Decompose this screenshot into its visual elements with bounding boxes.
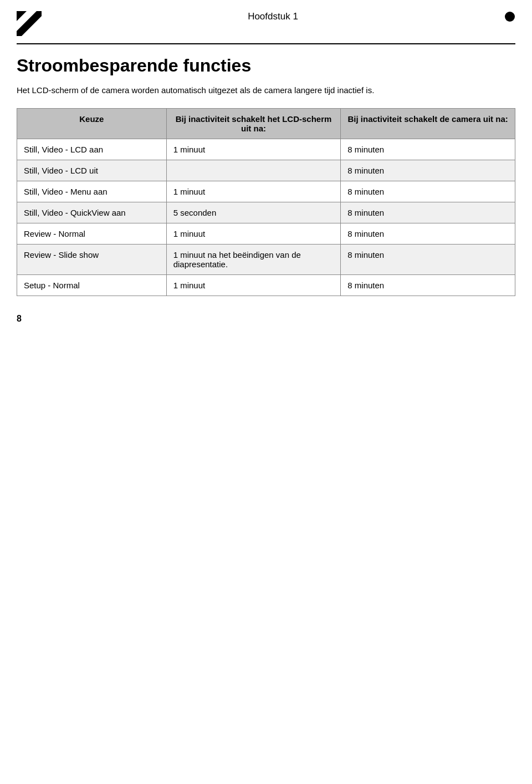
cell-camera: 8 minuten bbox=[341, 181, 515, 202]
cell-keuze: Setup - Normal bbox=[17, 274, 167, 296]
corner-decoration-left bbox=[17, 11, 42, 38]
table-row: Still, Video - LCD aan1 minuut8 minuten bbox=[17, 139, 515, 160]
page-number: 8 bbox=[17, 314, 22, 324]
cell-lcd: 1 minuut bbox=[166, 223, 341, 244]
cell-lcd: 1 minuut bbox=[166, 274, 341, 296]
cell-camera: 8 minuten bbox=[341, 244, 515, 274]
cell-camera: 8 minuten bbox=[341, 274, 515, 296]
cell-keuze: Review - Normal bbox=[17, 223, 167, 244]
table-row: Still, Video - Menu aan1 minuut8 minuten bbox=[17, 181, 515, 202]
cell-lcd: 1 minuut bbox=[166, 181, 341, 202]
cell-keuze: Still, Video - Menu aan bbox=[17, 181, 167, 202]
cell-lcd: 5 seconden bbox=[166, 202, 341, 223]
cell-keuze: Still, Video - LCD aan bbox=[17, 139, 167, 160]
cell-keuze: Still, Video - QuickView aan bbox=[17, 202, 167, 223]
table-row: Review - Slide show1 minuut na het beëin… bbox=[17, 244, 515, 274]
table-row: Still, Video - LCD uit8 minuten bbox=[17, 160, 515, 181]
corner-decoration-right bbox=[504, 11, 515, 24]
page-title: Stroombesparende functies bbox=[17, 55, 515, 76]
table-row: Review - Normal1 minuut8 minuten bbox=[17, 223, 515, 244]
cell-camera: 8 minuten bbox=[341, 160, 515, 181]
col-header-camera: Bij inactiviteit schakelt de camera uit … bbox=[341, 108, 515, 139]
cell-camera: 8 minuten bbox=[341, 223, 515, 244]
features-table: Keuze Bij inactiviteit schakelt het LCD-… bbox=[17, 108, 515, 296]
col-header-keuze: Keuze bbox=[17, 108, 167, 139]
table-row: Setup - Normal1 minuut8 minuten bbox=[17, 274, 515, 296]
table-header-row: Keuze Bij inactiviteit schakelt het LCD-… bbox=[17, 108, 515, 139]
svg-marker-1 bbox=[17, 11, 27, 21]
cell-keuze: Review - Slide show bbox=[17, 244, 167, 274]
svg-point-2 bbox=[505, 12, 515, 22]
cell-camera: 8 minuten bbox=[341, 202, 515, 223]
table-row: Still, Video - QuickView aan5 seconden8 … bbox=[17, 202, 515, 223]
header-divider bbox=[17, 43, 515, 44]
cell-lcd: 1 minuut na het beëindigen van de diapre… bbox=[166, 244, 341, 274]
cell-lcd: 1 minuut bbox=[166, 139, 341, 160]
intro-text: Het LCD-scherm of de camera worden autom… bbox=[17, 84, 515, 97]
cell-lcd bbox=[166, 160, 341, 181]
chapter-title: Hoofdstuk 1 bbox=[42, 11, 504, 22]
cell-keuze: Still, Video - LCD uit bbox=[17, 160, 167, 181]
cell-camera: 8 minuten bbox=[341, 139, 515, 160]
col-header-lcd: Bij inactiviteit schakelt het LCD-scherm… bbox=[166, 108, 341, 139]
